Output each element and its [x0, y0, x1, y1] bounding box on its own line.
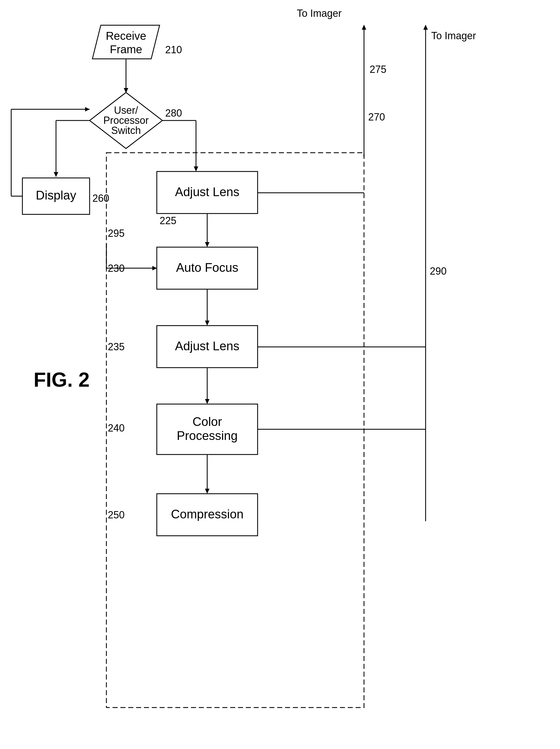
color-processing-label-2: Processing [177, 429, 238, 443]
compression-label: Compression [171, 507, 243, 521]
to-imager-right-label: To Imager [431, 30, 476, 41]
ref-225: 225 [160, 215, 176, 227]
ref-275: 275 [369, 64, 386, 75]
ref-210: 210 [165, 44, 182, 56]
ref-280: 280 [165, 107, 182, 119]
color-processing-label-1: Color [192, 415, 222, 428]
adjust-lens-2-label: Adjust Lens [175, 339, 240, 353]
fig-label: FIG. 2 [33, 368, 90, 391]
display-label: Display [36, 188, 76, 202]
to-imager-top-label: To Imager [297, 7, 342, 19]
ref-250: 250 [108, 509, 125, 521]
ref-235: 235 [108, 341, 125, 352]
receive-frame-label-1: Receive [106, 30, 147, 42]
switch-label-2: Processor [103, 114, 149, 126]
ref-240: 240 [108, 422, 125, 434]
diagram-container: Receive Frame 210 User/ Processor Switch… [0, 0, 560, 749]
adjust-lens-1-label: Adjust Lens [175, 185, 240, 199]
ref-290: 290 [430, 265, 447, 277]
switch-label-3: Switch [111, 125, 141, 136]
ref-270: 270 [368, 111, 385, 123]
ref-295: 295 [108, 228, 125, 239]
receive-frame-label-2: Frame [110, 43, 142, 56]
switch-label-1: User/ [114, 105, 138, 116]
auto-focus-label: Auto Focus [176, 261, 239, 274]
